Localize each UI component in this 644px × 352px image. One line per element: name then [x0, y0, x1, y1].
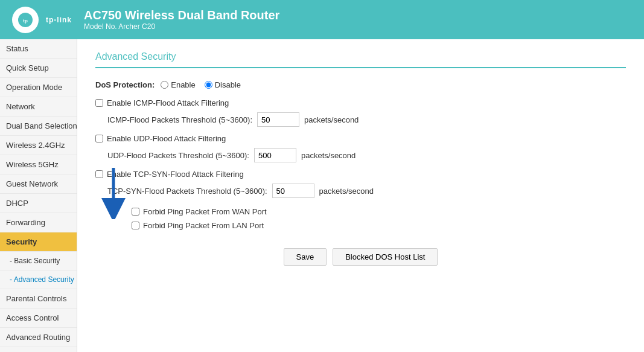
icmp-checkbox-row: Enable ICMP-Flood Attack Filtering: [95, 98, 626, 107]
dos-enable-radio[interactable]: [161, 81, 168, 89]
icmp-threshold-row: ICMP-Flood Packets Threshold (5~3600): p…: [107, 112, 626, 127]
icmp-filter-label: Enable ICMP-Flood Attack Filtering: [107, 98, 229, 107]
tcp-unit-label: packets/second: [319, 187, 374, 196]
dos-enable-option[interactable]: Enable: [161, 80, 195, 89]
sidebar-item-guest-network[interactable]: Guest Network: [0, 174, 77, 194]
tcp-threshold-row: TCP-SYN-Flood Packets Threshold (5~3600)…: [107, 184, 626, 198]
sidebar-item-basic-security[interactable]: - Basic Security: [0, 252, 77, 270]
sidebar-item-advanced-routing[interactable]: Advanced Routing: [0, 328, 77, 347]
ping-lan-row: Forbid Ping Packet From LAN Port: [132, 221, 626, 230]
main-layout: Status Quick Setup Operation Mode Networ…: [0, 39, 644, 352]
icmp-checkbox[interactable]: [95, 99, 103, 107]
udp-checkbox-row: Enable UDP-Flood Attack Filtering: [95, 134, 626, 143]
dos-enable-label: Enable: [171, 80, 195, 89]
sidebar-item-dual-band[interactable]: Dual Band Selection: [0, 117, 77, 136]
sidebar-item-security[interactable]: Security: [0, 232, 77, 252]
ping-wan-label: Forbid Ping Packet From WAN Port: [143, 207, 267, 216]
udp-filter-section: Enable UDP-Flood Attack Filtering UDP-Fl…: [95, 134, 626, 162]
sidebar-item-bandwidth-control[interactable]: Bandwidth Control: [0, 347, 77, 352]
sidebar-item-dhcp[interactable]: DHCP: [0, 194, 77, 213]
sidebar-item-access-control[interactable]: Access Control: [0, 309, 77, 328]
button-row: Save Blocked DOS Host List: [95, 248, 626, 266]
dos-disable-label: Disable: [215, 80, 241, 89]
icmp-unit-label: packets/second: [304, 115, 359, 124]
sidebar-item-parental-controls[interactable]: Parental Controls: [0, 289, 77, 309]
tcp-threshold-input[interactable]: [272, 184, 314, 198]
ping-lan-label: Forbid Ping Packet From LAN Port: [143, 221, 264, 230]
main-content: Advanced Security DoS Protection: Enable…: [77, 39, 644, 352]
ping-wan-checkbox[interactable]: [132, 208, 139, 216]
blocked-dos-button[interactable]: Blocked DOS Host List: [333, 248, 438, 266]
svg-text:tp: tp: [23, 18, 28, 24]
sidebar-item-operation-mode[interactable]: Operation Mode: [0, 78, 77, 97]
tcp-checkbox-row: Enable TCP-SYN-Flood Attack Filtering: [95, 170, 626, 179]
dos-label: DoS Protection:: [95, 80, 155, 89]
dos-protection-row: DoS Protection: Enable Disable: [95, 80, 626, 89]
ping-section: Forbid Ping Packet From WAN Port Forbid …: [132, 207, 626, 230]
sidebar-item-forwarding[interactable]: Forwarding: [0, 213, 77, 232]
logo-text: tp-link: [46, 16, 72, 24]
udp-checkbox[interactable]: [95, 135, 103, 142]
sidebar-item-wireless-24[interactable]: Wireless 2.4GHz: [0, 136, 77, 155]
icmp-threshold-input[interactable]: [257, 112, 299, 127]
router-name: AC750 Wireless Dual Band Router: [84, 8, 279, 22]
header: tp tp-link AC750 Wireless Dual Band Rout…: [0, 0, 644, 39]
logo-area: tp tp-link: [12, 7, 72, 33]
udp-filter-label: Enable UDP-Flood Attack Filtering: [107, 134, 226, 143]
icmp-filter-section: Enable ICMP-Flood Attack Filtering ICMP-…: [95, 98, 626, 127]
dos-disable-option[interactable]: Disable: [205, 80, 241, 89]
sidebar-item-network[interactable]: Network: [0, 97, 77, 117]
tp-link-logo: tp: [12, 7, 39, 33]
blue-arrow-annotation: [95, 165, 132, 219]
save-button[interactable]: Save: [284, 248, 327, 266]
sidebar-item-wireless-5[interactable]: Wireless 5GHz: [0, 155, 77, 174]
page-title: Advanced Security: [95, 51, 626, 68]
ping-lan-checkbox[interactable]: [132, 222, 139, 229]
udp-threshold-input[interactable]: [254, 148, 296, 162]
model-number: Model No. Archer C20: [84, 22, 279, 31]
udp-threshold-row: UDP-Flood Packets Threshold (5~3600): pa…: [107, 148, 626, 162]
sidebar-item-quick-setup[interactable]: Quick Setup: [0, 59, 77, 78]
dos-radio-group: Enable Disable: [161, 80, 241, 89]
sidebar-item-advanced-security[interactable]: - Advanced Security: [0, 270, 77, 289]
udp-threshold-label: UDP-Flood Packets Threshold (5~3600):: [107, 151, 249, 160]
sidebar: Status Quick Setup Operation Mode Networ…: [0, 39, 77, 352]
udp-unit-label: packets/second: [301, 151, 355, 160]
tcp-filter-section: Enable TCP-SYN-Flood Attack Filtering TC…: [95, 170, 626, 198]
header-title: AC750 Wireless Dual Band Router Model No…: [84, 8, 279, 31]
dos-disable-radio[interactable]: [205, 81, 212, 89]
ping-wan-row: Forbid Ping Packet From WAN Port: [132, 207, 626, 216]
sidebar-item-status[interactable]: Status: [0, 39, 77, 59]
icmp-threshold-label: ICMP-Flood Packets Threshold (5~3600):: [107, 115, 252, 124]
